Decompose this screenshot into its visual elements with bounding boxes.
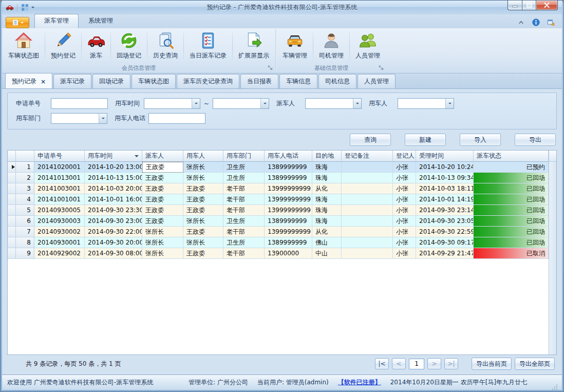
cell-dispatcher[interactable]: 王政委 [142, 162, 183, 173]
cell-note[interactable] [342, 162, 393, 173]
cell-accept_time[interactable]: 2014-10-03 18:11 [416, 183, 474, 194]
filter-combo-use-time-range-to[interactable] [213, 98, 269, 109]
cell-note[interactable] [342, 183, 393, 194]
ribbon-button-today-dispatch-records[interactable]: 当日派车记录 [184, 29, 232, 63]
cell-registrar[interactable]: 小张 [393, 248, 416, 259]
cell-order_no[interactable]: 20141013001 [34, 173, 85, 183]
filter-combo-use-time-range-from[interactable] [144, 98, 200, 109]
cell-accept_time[interactable]: 2014-10-20 10:24 [416, 162, 474, 173]
ribbon-button-driver-management[interactable]: 司机管理 [314, 29, 349, 63]
cell-phone[interactable]: 13999999999 [265, 194, 312, 205]
cell-user[interactable]: 张所长 [183, 173, 223, 183]
column-header-status[interactable]: 派车状态 [474, 151, 549, 162]
cell-status[interactable]: 已回场 [474, 173, 549, 183]
cell-use_time[interactable]: 2014-09-30 20:00 [85, 237, 142, 248]
cell-dept[interactable]: 卫生所 [223, 162, 265, 173]
cell-dept[interactable]: 老干部 [223, 205, 265, 216]
cell-registrar[interactable]: 小张 [393, 205, 416, 216]
cell-phone[interactable]: 1389999999 [265, 237, 312, 248]
filter-input-user-phone-field[interactable] [149, 114, 205, 123]
cell-accept_time[interactable]: 2014-09-30 23:14 [416, 205, 474, 216]
dialog-launcher-icon[interactable] [268, 65, 273, 71]
column-header-user[interactable]: 用车人 [183, 151, 223, 162]
column-header-phone[interactable]: 用车人电话 [265, 151, 312, 162]
table-row[interactable]: 1201410200012014-10-20 13:00王政委张所长卫生所138… [8, 162, 549, 173]
cell-accept_time[interactable]: 2014-09-30 09:17 [416, 237, 474, 248]
cell-dispatcher[interactable]: 张所长 [142, 248, 183, 259]
cell-dest[interactable]: 珠海 [312, 205, 342, 216]
cell-dept[interactable]: 老干部 [223, 194, 265, 205]
table-row[interactable]: 2201410130012014-10-13 15:00王政委张所长卫生所138… [8, 173, 549, 183]
cell-registrar[interactable]: 小张 [393, 194, 416, 205]
next-page-button[interactable]: > [427, 358, 441, 369]
resize-grip[interactable] [552, 384, 558, 390]
cell-order_no[interactable]: 20140930001 [34, 237, 85, 248]
cell-registrar[interactable]: 小张 [393, 162, 416, 173]
cell-dept[interactable]: 老干部 [223, 227, 265, 237]
maximize-button[interactable] [522, 1, 536, 10]
table-row[interactable]: 7201409300022014-09-30 22:00张所长王政委老干部139… [8, 227, 549, 237]
cell-dispatcher[interactable]: 张所长 [142, 237, 183, 248]
ribbon-button-dispatch[interactable]: 派车 [82, 29, 110, 63]
cell-note[interactable] [342, 205, 393, 216]
cell-user[interactable]: 王政委 [183, 248, 223, 259]
doc-tab-driver-info[interactable]: 司机信息 [318, 74, 356, 88]
query-button[interactable]: 查询 [350, 134, 391, 146]
cell-order_no[interactable]: 20141001001 [34, 194, 85, 205]
license-link[interactable]: 【软件已注册】 [338, 378, 381, 387]
doc-tab-vehicle-info[interactable]: 车辆信息 [279, 74, 317, 88]
cell-use_time[interactable]: 2014-10-13 15:00 [85, 173, 142, 183]
table-row[interactable]: 3201410030012014-10-03 20:00王政委王政委老干部139… [8, 183, 549, 194]
cell-order_no[interactable]: 20140930005 [34, 205, 85, 216]
cell-dispatcher[interactable]: 王政委 [142, 205, 183, 216]
cell-accept_time[interactable]: 2014-09-30 22:59 [416, 227, 474, 237]
combo-dropdown-button[interactable] [192, 99, 200, 108]
cell-dispatcher[interactable]: 王政委 [142, 216, 183, 227]
ribbon-button-extended-screen[interactable]: 扩展屏显示 [233, 29, 274, 63]
table-row[interactable]: 8201409300012014-09-30 20:00张所长张所长卫生所138… [8, 237, 549, 248]
column-header-registrar[interactable]: 登记人 [393, 151, 416, 162]
cell-note[interactable] [342, 216, 393, 227]
cell-phone[interactable]: 1389999999 [265, 173, 312, 183]
cell-dest[interactable]: 珠海 [312, 216, 342, 227]
cell-dept[interactable]: 老干部 [223, 183, 265, 194]
cell-note[interactable] [342, 194, 393, 205]
app-menu-button[interactable] [6, 17, 29, 28]
close-button[interactable] [536, 1, 558, 10]
export-current-page-button[interactable]: 导出当前页 [472, 358, 512, 370]
cell-dept[interactable]: 卫生所 [223, 237, 265, 248]
cell-dest[interactable]: 珠海 [312, 162, 342, 173]
minimize-button[interactable] [507, 1, 522, 10]
column-header-order_no[interactable]: 申请单号 [34, 151, 85, 162]
cell-dest[interactable]: 中山 [312, 248, 342, 259]
ribbon-tab-0[interactable]: 派车管理 [34, 14, 79, 28]
column-header-dept[interactable]: 用车部门 [223, 151, 265, 162]
cell-user[interactable]: 张所长 [183, 216, 223, 227]
ribbon-button-personnel-management[interactable]: 人员管理 [350, 29, 385, 63]
quick-access-layout-icon[interactable] [21, 3, 29, 12]
ribbon-button-return-register[interactable]: 回场登记 [111, 29, 146, 63]
export-all-pages-button[interactable]: 导出全部页 [515, 358, 555, 370]
cell-note[interactable] [342, 227, 393, 237]
filter-input-user-phone[interactable] [148, 113, 205, 124]
cell-registrar[interactable]: 小张 [393, 216, 416, 227]
page-number-input[interactable] [409, 359, 424, 369]
ribbon-tab-1[interactable]: 系统管理 [79, 14, 123, 28]
doc-tab-reservation-records[interactable]: 预约记录× [5, 73, 52, 88]
cell-dept[interactable]: 卫生所 [223, 173, 265, 183]
quick-access-dropdown-icon[interactable] [31, 7, 34, 10]
export-button[interactable]: 导出 [515, 134, 556, 146]
cell-user[interactable]: 张所长 [183, 162, 223, 173]
column-header-dest[interactable]: 目的地 [312, 151, 342, 162]
cell-dispatcher[interactable]: 王政委 [142, 183, 183, 194]
extend-window-icon[interactable] [547, 18, 555, 26]
cell-use_time[interactable]: 2014-10-01 16:00 [85, 194, 142, 205]
table-row[interactable]: 4201410010012014-10-01 16:00王政委王政委老干部139… [8, 194, 549, 205]
dialog-launcher-icon[interactable] [379, 65, 384, 71]
ribbon-button-vehicle-status-map[interactable]: 车辆状态图 [3, 29, 44, 63]
cell-dept[interactable]: 老干部 [223, 248, 265, 259]
cell-dispatcher[interactable]: 张所长 [142, 227, 183, 237]
cell-registrar[interactable]: 小张 [393, 237, 416, 248]
sort-filter-icon[interactable] [135, 155, 139, 159]
ribbon-button-reservation-register[interactable]: 预约登记 [46, 29, 81, 63]
